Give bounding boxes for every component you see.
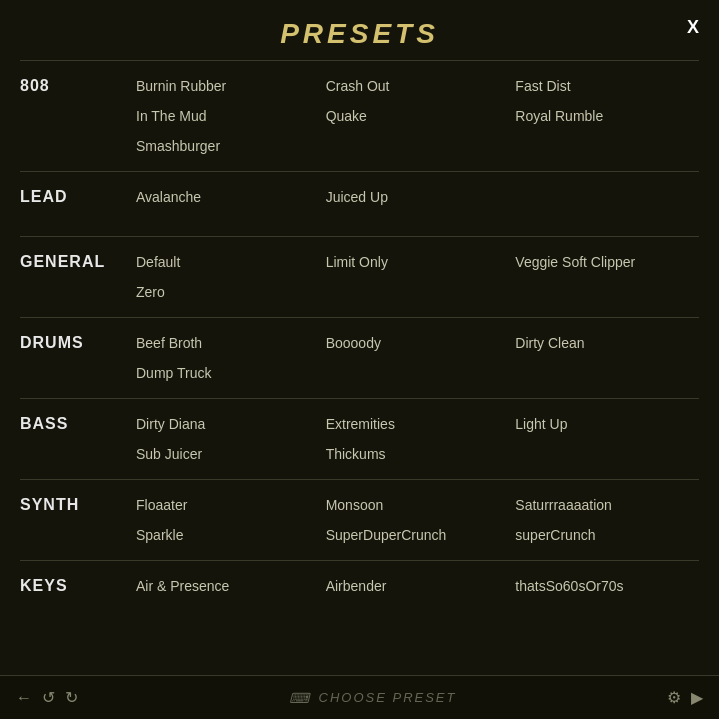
presets-grid-bass: Dirty DianaExtremitiesLight UpSub Juicer…: [130, 413, 699, 465]
preset-item: [509, 135, 699, 157]
preset-item[interactable]: Sparkle: [130, 524, 320, 546]
preset-item[interactable]: Crash Out: [320, 75, 510, 97]
preset-item[interactable]: Thickums: [320, 443, 510, 465]
preset-item[interactable]: Dump Truck: [130, 362, 320, 384]
category-row-bass: BASSDirty DianaExtremitiesLight UpSub Ju…: [20, 398, 699, 479]
back-icon[interactable]: ←: [16, 689, 32, 707]
preset-item: [509, 216, 699, 222]
preset-item[interactable]: Beef Broth: [130, 332, 320, 354]
preset-item[interactable]: Air & Presence: [130, 575, 320, 597]
export-icon[interactable]: ▶: [691, 688, 703, 707]
preset-item[interactable]: Quake: [320, 105, 510, 127]
preset-item[interactable]: Default: [130, 251, 320, 273]
modal-header: PRESETS X: [0, 0, 719, 60]
presets-grid-general: DefaultLimit OnlyVeggie Soft ClipperZero: [130, 251, 699, 303]
preset-item: [320, 605, 510, 611]
preset-item[interactable]: In The Mud: [130, 105, 320, 127]
preset-item[interactable]: SuperDuperCrunch: [320, 524, 510, 546]
presets-grid-keys: Air & PresenceAirbenderthatsSo60sOr70s: [130, 575, 699, 611]
preset-item: [130, 216, 320, 222]
preset-item: [509, 605, 699, 611]
preset-item[interactable]: Royal Rumble: [509, 105, 699, 127]
preset-item: [320, 135, 510, 157]
preset-item: [509, 186, 699, 208]
preset-item: [130, 605, 320, 611]
category-label-drums: DRUMS: [20, 332, 130, 352]
presets-grid-lead: AvalancheJuiced Up: [130, 186, 699, 222]
presets-content: 808Burnin RubberCrash OutFast DistIn The…: [0, 60, 719, 675]
preset-item: [509, 281, 699, 303]
preset-item[interactable]: Monsoon: [320, 494, 510, 516]
category-label-general: GENERAL: [20, 251, 130, 271]
close-button[interactable]: X: [687, 18, 699, 36]
choose-preset-label: CHOOSE PRESET: [319, 690, 457, 705]
category-row-lead: LEADAvalancheJuiced Up: [20, 171, 699, 236]
preset-item[interactable]: Smashburger: [130, 135, 320, 157]
category-row-808: 808Burnin RubberCrash OutFast DistIn The…: [20, 60, 699, 171]
modal-title: PRESETS: [280, 18, 439, 50]
category-label-lead: LEAD: [20, 186, 130, 206]
preset-item[interactable]: Saturrraaaation: [509, 494, 699, 516]
redo-icon[interactable]: ↻: [65, 688, 78, 707]
category-row-general: GENERALDefaultLimit OnlyVeggie Soft Clip…: [20, 236, 699, 317]
preset-item: [320, 362, 510, 384]
preset-item[interactable]: Juiced Up: [320, 186, 510, 208]
preset-item[interactable]: Dirty Diana: [130, 413, 320, 435]
presets-grid-808: Burnin RubberCrash OutFast DistIn The Mu…: [130, 75, 699, 157]
preset-item[interactable]: Fast Dist: [509, 75, 699, 97]
presets-grid-drums: Beef BrothBoooodyDirty CleanDump Truck: [130, 332, 699, 384]
piano-icon: ⌨: [289, 690, 311, 706]
preset-item[interactable]: thatsSo60sOr70s: [509, 575, 699, 597]
settings-icon[interactable]: ⚙: [667, 688, 681, 707]
preset-item[interactable]: Light Up: [509, 413, 699, 435]
preset-item[interactable]: Floaater: [130, 494, 320, 516]
preset-item[interactable]: Zero: [130, 281, 320, 303]
bottom-center: ⌨ CHOOSE PRESET: [289, 690, 457, 706]
preset-item[interactable]: Avalanche: [130, 186, 320, 208]
undo-icon[interactable]: ↺: [42, 688, 55, 707]
bottom-bar: ← ↺ ↻ ⌨ CHOOSE PRESET ⚙ ▶: [0, 675, 719, 719]
preset-item[interactable]: Limit Only: [320, 251, 510, 273]
preset-item: [320, 281, 510, 303]
bottom-right-icons: ⚙ ▶: [667, 688, 703, 707]
preset-item[interactable]: Airbender: [320, 575, 510, 597]
presets-grid-synth: FloaaterMonsoonSaturrraaaationSparkleSup…: [130, 494, 699, 546]
category-label-keys: KEYS: [20, 575, 130, 595]
category-label-synth: SYNTH: [20, 494, 130, 514]
category-label-bass: BASS: [20, 413, 130, 433]
preset-item[interactable]: Extremities: [320, 413, 510, 435]
presets-modal: PRESETS X 808Burnin RubberCrash OutFast …: [0, 0, 719, 719]
category-row-synth: SYNTHFloaaterMonsoonSaturrraaaationSpark…: [20, 479, 699, 560]
preset-item[interactable]: Boooody: [320, 332, 510, 354]
preset-item: [509, 443, 699, 465]
bottom-left-icons: ← ↺ ↻: [16, 688, 78, 707]
category-row-keys: KEYSAir & PresenceAirbenderthatsSo60sOr7…: [20, 560, 699, 625]
preset-item: [509, 362, 699, 384]
preset-item[interactable]: Burnin Rubber: [130, 75, 320, 97]
category-row-drums: DRUMSBeef BrothBoooodyDirty CleanDump Tr…: [20, 317, 699, 398]
preset-item: [320, 216, 510, 222]
preset-item[interactable]: Dirty Clean: [509, 332, 699, 354]
preset-item[interactable]: superCrunch: [509, 524, 699, 546]
preset-item[interactable]: Sub Juicer: [130, 443, 320, 465]
category-label-808: 808: [20, 75, 130, 95]
preset-item[interactable]: Veggie Soft Clipper: [509, 251, 699, 273]
